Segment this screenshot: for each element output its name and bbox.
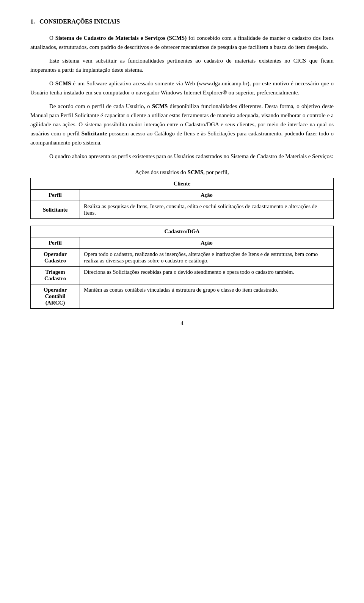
cell-operador-contabil-acao: Mantém as contas contábeis vinculadas à … xyxy=(80,284,334,309)
cell-operador-contabil-perfil: OperadorContábil(ARCC) xyxy=(31,284,80,309)
section-number: 1. xyxy=(30,18,35,25)
page: 1. CONSIDERAÇÕES INICIAIS O Sistema de C… xyxy=(0,0,364,603)
table-cliente: Cliente Perfil Ação Solicitante Realiza … xyxy=(30,178,334,219)
page-number-text: 4 xyxy=(180,320,184,326)
table-cadastro-header: Cadastro/DGA xyxy=(31,226,334,237)
tables-section: Ações dos usuários do SCMS, por perfil, … xyxy=(30,169,334,309)
cell-triagem-cadastro-perfil: TriagemCadastro xyxy=(31,267,80,284)
table-cadastro-header-row: Cadastro/DGA xyxy=(31,226,334,237)
table-cliente-col-acao: Ação xyxy=(80,190,334,201)
table-cadastro-dga: Cadastro/DGA Perfil Ação OperadorCadastr… xyxy=(30,226,334,309)
table-cliente-header: Cliente xyxy=(31,178,334,190)
table-row: OperadorCadastro Opera todo o cadastro, … xyxy=(31,249,334,267)
cell-solicitante-acao: Realiza as pesquisas de Itens, Insere, c… xyxy=(80,201,334,219)
table-cadastro-col-acao: Ação xyxy=(80,237,334,249)
paragraph-2: Este sistema vem substituir as funcional… xyxy=(30,56,334,74)
section-title: 1. CONSIDERAÇÕES INICIAIS xyxy=(30,18,334,25)
cell-operador-cadastro-perfil: OperadorCadastro xyxy=(31,249,80,267)
cell-triagem-cadastro-acao: Direciona as Solicitações recebidas para… xyxy=(80,267,334,284)
section-title-text: CONSIDERAÇÕES INICIAIS xyxy=(39,18,120,25)
table-cadastro-col-perfil: Perfil xyxy=(31,237,80,249)
table-cadastro-columns-row: Perfil Ação xyxy=(31,237,334,249)
cell-solicitante-perfil: Solicitante xyxy=(31,201,80,219)
table-cliente-header-row: Cliente xyxy=(31,178,334,190)
paragraph-4: De acordo com o perfil de cada Usuário, … xyxy=(30,102,334,147)
table-cliente-col-perfil: Perfil xyxy=(31,190,80,201)
paragraph-1: O Sistema de Cadastro de Materiais e Ser… xyxy=(30,33,334,52)
content-block: O Sistema de Cadastro de Materiais e Ser… xyxy=(30,33,334,161)
table-row: Solicitante Realiza as pesquisas de Iten… xyxy=(31,201,334,219)
table-caption: Ações dos usuários do SCMS, por perfil, xyxy=(30,169,334,176)
page-number: 4 xyxy=(30,320,334,327)
table-row: OperadorContábil(ARCC) Mantém as contas … xyxy=(31,284,334,309)
cell-operador-cadastro-acao: Opera todo o cadastro, realizando as ins… xyxy=(80,249,334,267)
table-row: TriagemCadastro Direciona as Solicitaçõe… xyxy=(31,267,334,284)
paragraph-5: O quadro abaixo apresenta os perfis exis… xyxy=(30,152,334,161)
paragraph-3: O SCMS é um Software aplicativo acessado… xyxy=(30,79,334,97)
table-cliente-columns-row: Perfil Ação xyxy=(31,190,334,201)
